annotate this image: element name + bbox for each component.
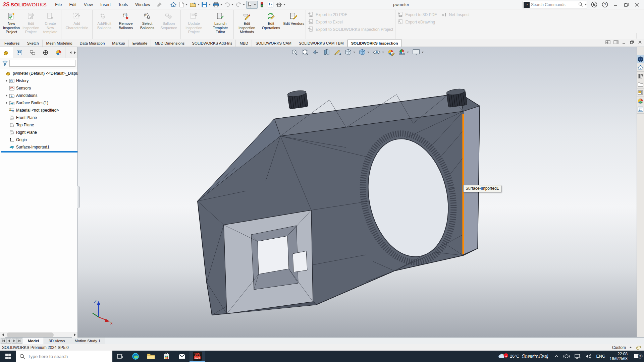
start-button[interactable]: [0, 351, 16, 362]
view-settings-icon[interactable]: [411, 48, 425, 57]
first-tab-button[interactable]: [1, 338, 6, 344]
language-indicator[interactable]: ENG: [596, 354, 605, 359]
solidworks-taskbar-icon[interactable]: SW 2024: [190, 351, 205, 362]
show-hidden-icons-chevron[interactable]: [554, 355, 559, 358]
doc-close-icon[interactable]: [637, 40, 643, 45]
add-edit-balloons-button[interactable]: 111 Add/Edit Balloons: [94, 11, 115, 30]
tab-evaluate[interactable]: Evaluate: [129, 40, 151, 47]
pin-menu-icon[interactable]: [156, 1, 163, 8]
meet-now-icon[interactable]: [563, 354, 570, 359]
export-2d-pdf-button[interactable]: PDF Export to 2D PDF: [308, 11, 347, 18]
search-commands-input[interactable]: [531, 2, 578, 7]
custom-properties-button[interactable]: [637, 105, 644, 114]
export-sw-inspection-project-button[interactable]: Export to SOLIDWORKS Inspection Project: [308, 26, 393, 33]
tree-item-origin[interactable]: Origin: [1, 136, 77, 143]
dropdown-caret[interactable]: [422, 52, 424, 53]
tree-item-sensors[interactable]: Sensors: [1, 84, 77, 92]
section-view-icon[interactable]: [322, 48, 332, 57]
display-manager-tab[interactable]: [52, 47, 65, 58]
save-button[interactable]: [201, 1, 212, 9]
select-balloons-button[interactable]: 11 Select Balloons: [137, 11, 158, 30]
edit-operations-button[interactable]: Edit Operations: [259, 11, 283, 30]
tree-root-pwmeter[interactable]: pwmeter (Default) <<Default>_Display: [1, 70, 77, 77]
pane-single-icon[interactable]: [613, 40, 619, 45]
dropdown-caret[interactable]: [283, 4, 285, 5]
open-button[interactable]: [189, 1, 201, 9]
file-explorer-icon[interactable]: [143, 351, 159, 362]
edge-browser-icon[interactable]: [128, 351, 143, 362]
dropdown-caret[interactable]: [367, 52, 369, 53]
tree-item-surface-bodies[interactable]: Surface Bodies(1): [1, 99, 77, 107]
command-search[interactable]: >: [523, 1, 587, 8]
menu-edit[interactable]: Edit: [65, 0, 80, 9]
ribbon-collapse-button[interactable]: [637, 34, 641, 37]
network-icon[interactable]: [574, 354, 581, 359]
task-view-button[interactable]: [112, 351, 128, 362]
help-button[interactable]: ?: [601, 1, 608, 8]
tab-solidworks-cam-tbm[interactable]: SOLIDWORKS CAM TBM: [295, 40, 347, 47]
dropdown-caret[interactable]: [185, 4, 187, 5]
new-document-button[interactable]: [178, 1, 189, 9]
zoom-to-area-icon[interactable]: [300, 48, 310, 57]
prev-tab-button[interactable]: [6, 338, 11, 344]
zoom-to-fit-icon[interactable]: [289, 48, 300, 57]
tree-item-front-plane[interactable]: Front Plane: [1, 114, 77, 121]
create-new-template-button[interactable]: Create New template: [41, 11, 60, 34]
model-right-panel[interactable]: [463, 106, 480, 255]
property-manager-tab[interactable]: [13, 47, 26, 58]
edit-vendors-button[interactable]: Edit Vendors: [283, 11, 305, 26]
account-button[interactable]: [590, 1, 598, 8]
undo-button[interactable]: [223, 1, 235, 9]
print-button[interactable]: [212, 1, 223, 9]
expand-caret[interactable]: [6, 94, 7, 97]
tree-filter-input[interactable]: [9, 60, 75, 67]
tab-data-migration[interactable]: Data Migration: [76, 40, 109, 47]
taskbar-clock[interactable]: 22:08 19/6/2568: [610, 352, 628, 361]
rebuild-button[interactable]: [258, 1, 266, 9]
weather-widget[interactable]: 1 26°C มีเมฆส่วนใหญ่: [497, 353, 549, 360]
model-small-opening[interactable]: [293, 251, 307, 272]
motion-study-tab[interactable]: Motion Study 1: [70, 338, 106, 344]
display-state-caret[interactable]: [629, 347, 632, 348]
microsoft-store-icon[interactable]: [159, 351, 174, 362]
tree-item-surface-imported1[interactable]: Surface-Imported1: [1, 143, 77, 151]
dropdown-caret[interactable]: [220, 4, 222, 5]
edit-inspection-methods-button[interactable]: Edit Inspection Methods: [235, 11, 259, 34]
close-button[interactable]: [633, 1, 641, 8]
panel-horizontal-scrollbar[interactable]: [0, 332, 77, 337]
volume-icon[interactable]: [585, 354, 592, 359]
edit-inspection-project-button[interactable]: Edit Inspection Project: [21, 11, 41, 34]
filter-funnel-icon[interactable]: [2, 60, 8, 66]
tab-sketch[interactable]: Sketch: [23, 40, 42, 47]
dimxpert-manager-tab[interactable]: [39, 47, 52, 58]
previous-view-icon[interactable]: [311, 48, 321, 57]
tab-mbd-dimensions[interactable]: MBD Dimensions: [151, 40, 188, 47]
file-explorer-pane-button[interactable]: [637, 80, 644, 88]
options-gear-button[interactable]: [275, 1, 286, 9]
expand-caret[interactable]: [6, 102, 7, 104]
panel-tabs-scroll-right[interactable]: [74, 51, 76, 54]
panel-tabs-scroll-left[interactable]: [70, 51, 71, 54]
select-tool-button[interactable]: [246, 1, 258, 9]
expand-caret[interactable]: [6, 79, 7, 82]
balloon-sequence-button[interactable]: 123 Balloon Sequence: [158, 11, 179, 30]
dropdown-caret[interactable]: [231, 4, 233, 5]
dropdown-caret[interactable]: [382, 52, 384, 53]
feature-manager-tab[interactable]: [0, 47, 13, 58]
tab-mesh-modeling[interactable]: Mesh Modeling: [43, 40, 76, 47]
scroll-right-arrow[interactable]: [72, 332, 77, 338]
solidworks-resources-button[interactable]: [637, 55, 644, 63]
minimize-button[interactable]: [612, 1, 619, 8]
tree-item-top-plane[interactable]: Top Plane: [1, 121, 77, 129]
appearances-scenes-button[interactable]: [637, 97, 644, 105]
tree-item-annotations[interactable]: A Annotations: [1, 92, 77, 99]
dynamic-annotation-views-icon[interactable]: A: [332, 48, 342, 57]
export-edrawing-button[interactable]: e Export eDrawing: [397, 19, 435, 25]
menu-insert[interactable]: Insert: [97, 0, 114, 9]
panel-collapse-handle[interactable]: [77, 186, 80, 208]
tag-editor-icon[interactable]: [635, 345, 641, 350]
tab-solidworks-add-ins[interactable]: SOLIDWORKS Add-Ins: [188, 40, 236, 47]
mail-icon[interactable]: [174, 351, 190, 362]
dropdown-caret[interactable]: [254, 4, 256, 5]
menu-file[interactable]: File: [51, 0, 65, 9]
